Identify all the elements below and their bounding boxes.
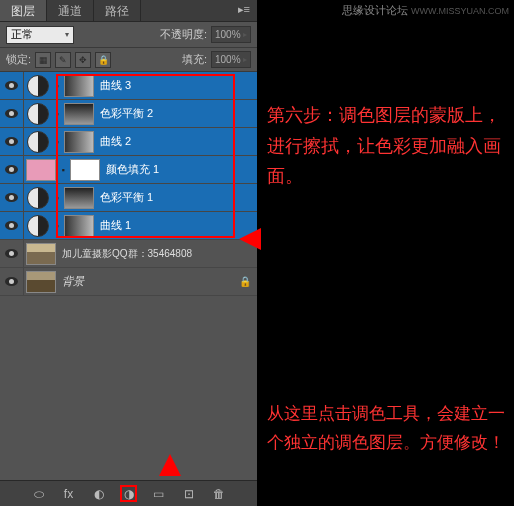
layer-row[interactable]: ▪ 曲线 2 xyxy=(0,128,257,156)
layer-row[interactable]: ▪ 色彩平衡 2 xyxy=(0,100,257,128)
lock-pixels-icon[interactable]: ✎ xyxy=(55,52,71,68)
chevron-down-icon: ▾ xyxy=(65,30,69,39)
layers-panel: 图层 通道 路径 ▸≡ 正常 ▾ 不透明度: 100% ▸ 锁定: ▦ ✎ ✥ … xyxy=(0,0,257,506)
layer-name[interactable]: 色彩平衡 1 xyxy=(100,190,153,205)
eye-icon xyxy=(5,193,18,202)
opacity-label: 不透明度: xyxy=(160,27,207,42)
annotation-text-2: 从这里点击调色工具，会建立一个独立的调色图层。方便修改！ xyxy=(267,400,507,458)
link-icon: ▪ xyxy=(52,109,62,119)
tab-paths[interactable]: 路径 xyxy=(94,0,141,21)
eye-icon xyxy=(5,249,18,258)
layer-thumbnail[interactable] xyxy=(26,271,56,293)
lock-bar: 锁定: ▦ ✎ ✥ 🔒 填充: 100% ▸ xyxy=(0,48,257,72)
opacity-value: 100% xyxy=(215,29,241,40)
link-icon: ▪ xyxy=(52,81,62,91)
layer-row[interactable]: ▪ 曲线 3 xyxy=(0,72,257,100)
mask-thumbnail[interactable] xyxy=(70,159,100,181)
visibility-toggle[interactable] xyxy=(0,128,24,156)
chevron-down-icon: ▸ xyxy=(243,55,247,64)
layer-row[interactable]: ▪ 曲线 1 xyxy=(0,212,257,240)
eye-icon xyxy=(5,165,18,174)
lock-transparent-icon[interactable]: ▦ xyxy=(35,52,51,68)
arrow-annotation xyxy=(159,454,181,476)
visibility-toggle[interactable] xyxy=(0,184,24,212)
eye-icon xyxy=(5,221,18,230)
opacity-input[interactable]: 100% ▸ xyxy=(211,26,251,43)
adjustment-layer-icon[interactable]: ◑ xyxy=(120,485,137,502)
eye-icon xyxy=(5,277,18,286)
visibility-toggle[interactable] xyxy=(0,212,24,240)
layer-row[interactable]: 加儿童摄影QQ群：35464808 xyxy=(0,240,257,268)
mask-thumbnail[interactable] xyxy=(64,187,94,209)
mask-thumbnail[interactable] xyxy=(64,131,94,153)
link-icon: ▪ xyxy=(52,137,62,147)
layer-toolbar: 正常 ▾ 不透明度: 100% ▸ xyxy=(0,22,257,48)
layer-list[interactable]: ▪ 曲线 3 ▪ 色彩平衡 2 ▪ 曲线 2 ▪ xyxy=(0,72,257,480)
tab-channels[interactable]: 通道 xyxy=(47,0,94,21)
eye-icon xyxy=(5,109,18,118)
layer-name[interactable]: 背景 xyxy=(62,274,84,289)
layer-name[interactable]: 曲线 1 xyxy=(100,218,131,233)
visibility-toggle[interactable] xyxy=(0,156,24,184)
adjustment-icon xyxy=(27,75,49,97)
visibility-toggle[interactable] xyxy=(0,268,24,296)
layer-name[interactable]: 曲线 2 xyxy=(100,134,131,149)
layer-name[interactable]: 加儿童摄影QQ群：35464808 xyxy=(62,247,192,261)
lock-label: 锁定: xyxy=(6,52,31,67)
lock-all-icon[interactable]: 🔒 xyxy=(95,52,111,68)
panel-tabs: 图层 通道 路径 ▸≡ xyxy=(0,0,257,22)
mask-thumbnail[interactable] xyxy=(64,215,94,237)
delete-layer-icon[interactable]: 🗑 xyxy=(210,485,227,502)
layer-thumbnail[interactable] xyxy=(26,243,56,265)
chevron-down-icon: ▸ xyxy=(243,30,247,39)
layer-name[interactable]: 颜色填充 1 xyxy=(106,162,159,177)
link-icon: ▪ xyxy=(52,221,62,231)
layer-row[interactable]: ▪ 色彩平衡 1 xyxy=(0,184,257,212)
visibility-toggle[interactable] xyxy=(0,72,24,100)
layer-name[interactable]: 曲线 3 xyxy=(100,78,131,93)
panel-footer: ⬭ fx ◐ ◑ ▭ ⊡ 🗑 xyxy=(0,480,257,506)
blend-mode-value: 正常 xyxy=(11,27,33,42)
add-mask-icon[interactable]: ◐ xyxy=(90,485,107,502)
adjustment-icon xyxy=(27,215,49,237)
layer-row[interactable]: ▪ 颜色填充 1 xyxy=(0,156,257,184)
layer-fx-icon[interactable]: fx xyxy=(60,485,77,502)
link-icon: ▪ xyxy=(52,193,62,203)
lock-icon: 🔒 xyxy=(239,276,251,287)
visibility-toggle[interactable] xyxy=(0,240,24,268)
new-layer-icon[interactable]: ⊡ xyxy=(180,485,197,502)
fill-label: 填充: xyxy=(182,52,207,67)
fill-thumbnail[interactable] xyxy=(26,159,56,181)
tab-layers[interactable]: 图层 xyxy=(0,0,47,21)
visibility-toggle[interactable] xyxy=(0,100,24,128)
link-layers-icon[interactable]: ⬭ xyxy=(30,485,47,502)
arrow-annotation xyxy=(239,228,261,250)
fill-value: 100% xyxy=(215,54,241,65)
fill-input[interactable]: 100% ▸ xyxy=(211,51,251,68)
eye-icon xyxy=(5,81,18,90)
adjustment-icon xyxy=(27,131,49,153)
new-group-icon[interactable]: ▭ xyxy=(150,485,167,502)
annotation-text-1: 第六步：调色图层的蒙版上，进行擦拭，让色彩更加融入画面。 xyxy=(267,100,507,192)
mask-thumbnail[interactable] xyxy=(64,103,94,125)
watermark: 思缘设计论坛 WWW.MISSYUAN.COM xyxy=(342,3,509,18)
blend-mode-select[interactable]: 正常 ▾ xyxy=(6,26,74,44)
panel-menu-icon[interactable]: ▸≡ xyxy=(231,0,257,21)
layer-name[interactable]: 色彩平衡 2 xyxy=(100,106,153,121)
layer-row[interactable]: 背景 🔒 xyxy=(0,268,257,296)
adjustment-icon xyxy=(27,103,49,125)
eye-icon xyxy=(5,137,18,146)
lock-position-icon[interactable]: ✥ xyxy=(75,52,91,68)
adjustment-icon xyxy=(27,187,49,209)
mask-thumbnail[interactable] xyxy=(64,75,94,97)
link-icon: ▪ xyxy=(58,165,68,175)
